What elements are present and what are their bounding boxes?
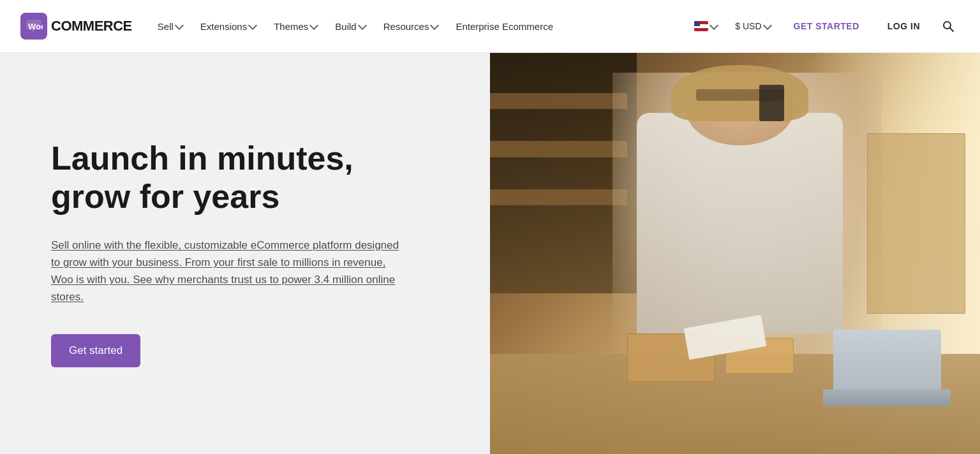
chevron-down-icon [175,20,184,29]
site-header: Woo COMMERCE Sell Extensions Themes Buil… [0,0,980,53]
main-nav: Sell Extensions Themes Build Resources E… [150,16,688,37]
person-shirt [637,113,843,333]
chevron-down-icon [309,20,318,29]
shelf-3 [490,189,627,205]
chevron-down-icon [358,20,367,29]
hero-section: Launch in minutes, grow for years Sell o… [0,53,980,454]
svg-text:Woo: Woo [28,22,43,31]
chevron-down-icon [248,20,257,29]
laptop-screen [833,330,941,394]
hero-cta-button[interactable]: Get started [51,334,140,367]
nav-item-themes[interactable]: Themes [266,16,325,37]
hero-background-image [490,53,980,454]
flag-icon [694,21,708,31]
login-button[interactable]: LOG IN [876,15,932,38]
nav-item-enterprise[interactable]: Enterprise Ecommerce [448,16,561,37]
search-button[interactable] [937,15,960,38]
language-selector[interactable] [688,17,724,35]
currency-selector[interactable]: $ USD [729,17,776,35]
nav-item-sell[interactable]: Sell [150,16,190,37]
hero-title: Launch in minutes, grow for years [51,140,408,216]
get-started-button[interactable]: GET STARTED [782,15,871,38]
shelf-2 [490,141,627,157]
svg-line-2 [950,28,954,32]
header-right: $ USD GET STARTED LOG IN [688,15,960,38]
chevron-down-icon [430,20,439,29]
nav-item-build[interactable]: Build [327,16,373,37]
hero-description: Sell online with the flexible, customiza… [51,237,408,306]
box-right-large [867,133,965,314]
laptop-base [823,390,951,406]
shelf-1 [490,93,627,109]
nav-item-extensions[interactable]: Extensions [193,16,264,37]
chevron-down-icon [709,20,718,29]
hero-content: Launch in minutes, grow for years Sell o… [51,140,408,367]
logo-icon: Woo [20,13,47,40]
person-phone [759,85,783,121]
search-icon [942,20,954,33]
nav-item-resources[interactable]: Resources [376,16,446,37]
hero-image-area [490,53,980,454]
logo-text: COMMERCE [51,18,132,34]
chevron-down-icon [762,20,771,29]
hero-left: Launch in minutes, grow for years Sell o… [0,53,490,454]
logo-link[interactable]: Woo COMMERCE [20,13,132,40]
